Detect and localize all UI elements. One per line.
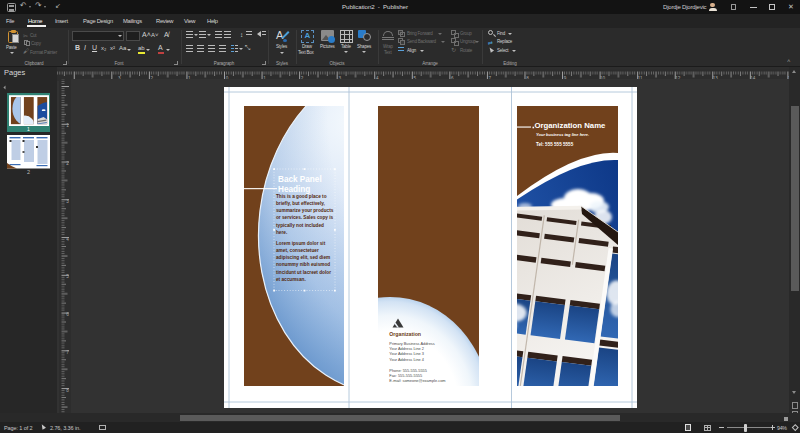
svg-text:Back Panel: Back Panel: [278, 175, 322, 184]
svg-text:Your Address Line 4: Your Address Line 4: [389, 357, 425, 362]
svg-text:or services. Sales copy is: or services. Sales copy is: [276, 215, 333, 220]
svg-text:Primary Business Address: Primary Business Address: [389, 341, 434, 346]
svg-text:nonummy nibh euismod: nonummy nibh euismod: [276, 262, 330, 267]
svg-text:5: 5: [66, 274, 69, 279]
svg-text:Lorem ipsum dolor sit: Lorem ipsum dolor sit: [276, 241, 326, 246]
svg-text:8: 8: [66, 388, 69, 393]
svg-text:Fax: 555-555-5555: Fax: 555-555-5555: [389, 373, 422, 378]
svg-text:4: 4: [66, 237, 69, 242]
svg-text:et accumsan.: et accumsan.: [276, 277, 306, 282]
svg-text:7: 7: [66, 350, 69, 355]
svg-text:amet, consectetuer: amet, consectetuer: [276, 248, 319, 253]
svg-text:Your business tag line here.: Your business tag line here.: [536, 132, 589, 137]
svg-text:This is a good place to: This is a good place to: [276, 194, 327, 199]
svg-text:1: 1: [66, 123, 69, 128]
svg-text:briefly, but effectively,: briefly, but effectively,: [276, 201, 325, 206]
svg-text:2: 2: [66, 161, 69, 166]
svg-text:3: 3: [66, 199, 69, 204]
svg-text:tincidunt ut lacreet dolor: tincidunt ut lacreet dolor: [276, 270, 331, 275]
svg-text:Tel: 555 555 5555: Tel: 555 555 5555: [536, 142, 574, 147]
svg-text:adipiscing elit, sed diem: adipiscing elit, sed diem: [276, 255, 330, 260]
svg-text:Phone: 555-555-5555: Phone: 555-555-5555: [389, 368, 427, 373]
svg-text:6: 6: [66, 312, 69, 317]
svg-text:summarize your products: summarize your products: [276, 208, 334, 213]
svg-text:Your Address Line 2: Your Address Line 2: [389, 346, 424, 351]
svg-text:E-mail: someone@example.com: E-mail: someone@example.com: [389, 378, 445, 383]
svg-text:Organization Name: Organization Name: [534, 121, 606, 130]
svg-text:typically not included: typically not included: [276, 223, 324, 228]
svg-text:Your Address Line 3: Your Address Line 3: [389, 351, 424, 356]
svg-text:here.: here.: [276, 230, 287, 235]
svg-text:Organization: Organization: [389, 331, 421, 337]
